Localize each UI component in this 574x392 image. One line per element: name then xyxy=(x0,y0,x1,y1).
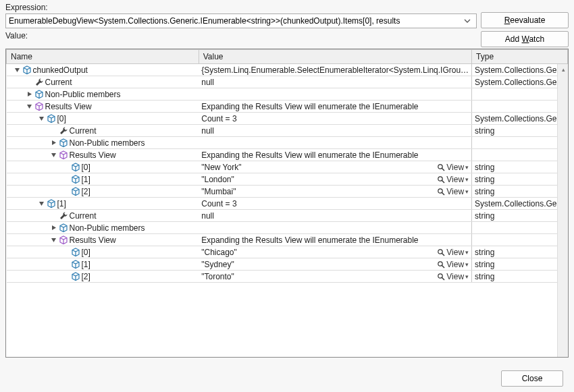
row-type xyxy=(472,234,568,246)
cube-blue-icon xyxy=(71,260,80,269)
row-value: "Mumbai" xyxy=(201,187,236,196)
table-row[interactable]: [2]"Mumbai"View▾string xyxy=(7,186,568,198)
wrench-icon xyxy=(34,78,44,87)
wrench-icon xyxy=(59,126,68,136)
view-visualizer-button[interactable]: View▾ xyxy=(437,175,469,184)
table-row[interactable]: [0]"Chicago"View▾string xyxy=(7,246,568,258)
column-value[interactable]: Value xyxy=(199,50,471,64)
row-value: "Toronto" xyxy=(201,272,234,281)
row-type: System.Collections.Ge… xyxy=(472,76,568,88)
add-watch-button[interactable]: Add Watch xyxy=(481,31,569,47)
table-row[interactable]: Non-Public members xyxy=(7,137,568,149)
svg-line-9 xyxy=(442,265,445,268)
row-name: Current xyxy=(45,78,72,87)
row-type: string xyxy=(472,173,568,186)
view-visualizer-button[interactable]: View▾ xyxy=(437,187,469,196)
row-name: Results View xyxy=(70,235,116,245)
row-type: System.Collections.Ge… xyxy=(472,64,568,76)
svg-point-0 xyxy=(438,164,442,168)
cube-blue-icon xyxy=(22,65,32,75)
svg-line-3 xyxy=(442,180,445,183)
vertical-scrollbar[interactable]: ▴ xyxy=(557,64,568,357)
row-name: [2] xyxy=(82,272,90,281)
svg-point-4 xyxy=(438,188,442,192)
reevaluate-button[interactable]: Reevaluate xyxy=(481,12,569,28)
row-name: [2] xyxy=(82,187,90,196)
expand-icon[interactable] xyxy=(50,139,57,146)
collapse-icon[interactable] xyxy=(50,151,57,159)
row-name: [0] xyxy=(82,163,90,172)
row-type: string xyxy=(472,271,568,283)
row-type: string xyxy=(472,161,568,173)
cube-purple-icon xyxy=(59,235,68,245)
table-row[interactable]: Currentnullstring xyxy=(7,125,568,137)
row-type xyxy=(472,88,568,101)
row-type xyxy=(472,101,568,113)
collapse-icon[interactable] xyxy=(38,115,45,122)
row-value: Expanding the Results View will enumerat… xyxy=(201,235,418,245)
table-row[interactable]: CurrentnullSystem.Collections.Ge… xyxy=(7,76,568,88)
expression-input[interactable] xyxy=(6,15,464,27)
table-row[interactable]: [2]"Toronto"View▾string xyxy=(7,271,568,283)
cube-blue-icon xyxy=(71,272,80,281)
table-row[interactable]: [1]Count = 3System.Collections.Ge… xyxy=(7,198,568,210)
table-row[interactable]: [1]"London"View▾string xyxy=(7,173,568,186)
table-row[interactable]: [0]Count = 3System.Collections.Ge… xyxy=(7,113,568,125)
row-name: [0] xyxy=(57,114,66,123)
row-name: [0] xyxy=(82,248,90,257)
table-row[interactable]: [1]"Sydney"View▾string xyxy=(7,258,568,271)
row-value: "Sydney" xyxy=(201,260,234,269)
grid-header: Name Value Type xyxy=(7,50,568,64)
cube-blue-icon xyxy=(71,248,80,257)
row-value: Expanding the Results View will enumerat… xyxy=(201,150,418,160)
row-name: [1] xyxy=(57,199,66,208)
cube-blue-icon xyxy=(71,187,80,196)
table-row[interactable]: Currentnullstring xyxy=(7,210,568,222)
collapse-icon[interactable] xyxy=(14,66,21,74)
svg-point-2 xyxy=(438,176,442,180)
collapse-icon[interactable] xyxy=(26,103,33,110)
chevron-down-icon[interactable] xyxy=(464,18,476,24)
row-value: "London" xyxy=(201,175,234,184)
expand-icon[interactable] xyxy=(50,224,57,231)
row-value: {System.Linq.Enumerable.SelectEnumerable… xyxy=(201,65,469,75)
cube-purple-icon xyxy=(34,102,44,111)
row-name: Results View xyxy=(70,150,116,160)
cube-blue-icon xyxy=(47,199,56,208)
scroll-up-icon[interactable]: ▴ xyxy=(558,64,569,75)
row-type: System.Collections.Ge… xyxy=(472,198,568,210)
table-row[interactable]: Results ViewExpanding the Results View w… xyxy=(7,149,568,161)
row-type: string xyxy=(472,186,568,198)
column-type[interactable]: Type xyxy=(472,50,568,64)
view-visualizer-button[interactable]: View▾ xyxy=(437,272,469,281)
table-row[interactable]: chunkedOutput{System.Linq.Enumerable.Sel… xyxy=(7,64,568,76)
table-row[interactable]: Results ViewExpanding the Results View w… xyxy=(7,234,568,246)
cube-blue-icon xyxy=(47,114,56,123)
close-button[interactable]: Close xyxy=(501,370,563,387)
view-visualizer-button[interactable]: View▾ xyxy=(437,260,469,269)
expand-icon[interactable] xyxy=(26,90,33,98)
svg-line-1 xyxy=(442,168,445,171)
wrench-icon xyxy=(59,211,68,221)
row-name: Results View xyxy=(45,102,92,111)
row-value: null xyxy=(201,211,214,221)
view-visualizer-button[interactable]: View▾ xyxy=(437,248,469,257)
table-row[interactable]: Non-Public members xyxy=(7,88,568,101)
row-name: Current xyxy=(70,211,97,221)
row-type: System.Collections.Ge… xyxy=(472,113,568,125)
expression-field[interactable] xyxy=(5,13,477,28)
row-value: null xyxy=(201,78,214,87)
table-row[interactable]: Results ViewExpanding the Results View w… xyxy=(7,101,568,113)
column-name[interactable]: Name xyxy=(7,50,199,64)
table-row[interactable]: [0]"New York"View▾string xyxy=(7,161,568,173)
row-type xyxy=(472,149,568,161)
row-type: string xyxy=(472,246,568,258)
cube-blue-icon xyxy=(59,138,68,148)
svg-line-5 xyxy=(442,192,445,195)
svg-line-11 xyxy=(442,277,445,280)
cube-blue-icon xyxy=(59,223,68,233)
table-row[interactable]: Non-Public members xyxy=(7,222,568,234)
collapse-icon[interactable] xyxy=(38,200,45,207)
collapse-icon[interactable] xyxy=(50,236,57,244)
view-visualizer-button[interactable]: View▾ xyxy=(437,163,469,172)
